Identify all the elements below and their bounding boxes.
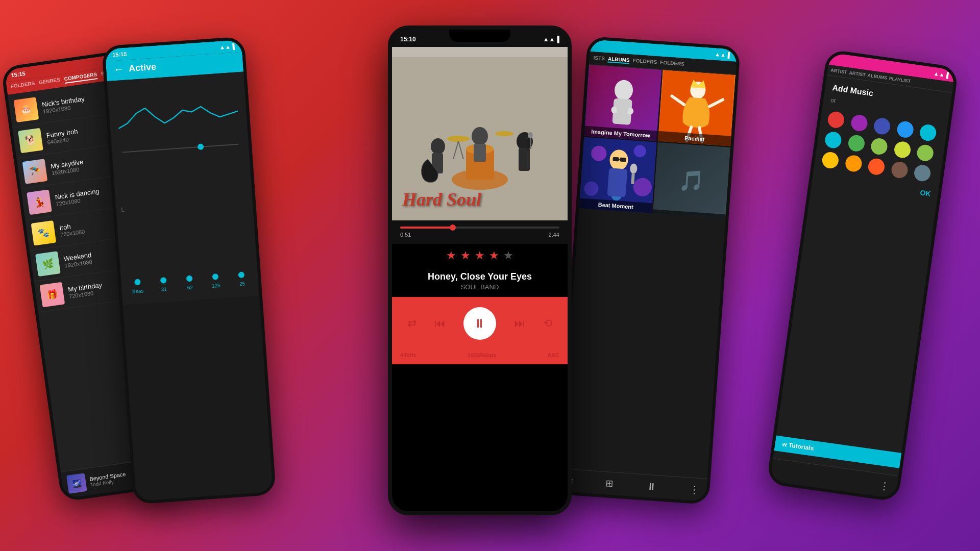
color-dot-cyan[interactable] xyxy=(919,123,938,142)
tab-folders[interactable]: FOLDERS xyxy=(10,80,35,91)
eq-wave-svg xyxy=(116,81,240,150)
rating-stars[interactable]: ★ ★ ★ ★ ★ xyxy=(392,244,568,267)
total-time: 2:44 xyxy=(549,232,559,238)
pause-icon-bottom[interactable]: ⏸ xyxy=(646,480,657,492)
phone3-icons: ▲▲▐ xyxy=(543,36,559,43)
eq-band-125[interactable]: 125 xyxy=(208,279,224,289)
phone4-time xyxy=(597,43,598,49)
tab-ists[interactable]: ISTS xyxy=(593,55,605,63)
star-5[interactable]: ★ xyxy=(503,249,513,262)
item-info: My skydive 980x551 xyxy=(50,158,84,176)
slider-handle[interactable] xyxy=(212,273,219,280)
color-dot-green[interactable] xyxy=(847,134,865,153)
phone2-time: 15:15 xyxy=(112,51,127,58)
slider-handle[interactable] xyxy=(186,276,193,282)
player-footer: 44kHz 10335kbps AAC xyxy=(392,350,568,364)
album-item[interactable]: Imagine My Tomorrow xyxy=(584,65,662,141)
star-1[interactable]: ★ xyxy=(446,249,456,262)
add-music-section: Add Music or xyxy=(811,75,952,206)
album-item[interactable]: 🎵 xyxy=(653,142,730,219)
tab-artist2[interactable]: ARTIST xyxy=(849,70,866,78)
color-dot-blue-grey[interactable] xyxy=(913,164,932,182)
album-item[interactable]: Beat Moment xyxy=(579,137,656,214)
slider-handle[interactable] xyxy=(160,277,167,284)
eq-band-31[interactable]: 31 xyxy=(156,283,172,292)
track-artist: SOUL BAND xyxy=(392,283,568,291)
tab-playlist[interactable]: PLAYLIST xyxy=(889,76,911,84)
band-label: 25 xyxy=(239,281,246,287)
format-label: AAC xyxy=(547,352,559,358)
band-label: 62 xyxy=(187,285,193,291)
progress-bar[interactable] xyxy=(400,227,559,229)
slider-handle[interactable] xyxy=(134,279,141,286)
tab-folders2[interactable]: FOLDERS xyxy=(660,60,685,68)
next-button[interactable]: ⏭ xyxy=(514,317,525,330)
phone-5-color-picker: ▲▲▐ ARTIST ARTIST ALBUMS PLAYLIST Add Mu… xyxy=(766,49,959,502)
progress-dot[interactable] xyxy=(450,224,456,231)
band-label: 125 xyxy=(212,283,220,289)
color-dot-lime[interactable] xyxy=(893,140,912,159)
more-icon-5[interactable]: ⋮ xyxy=(879,479,891,493)
progress-fill xyxy=(400,227,453,229)
star-3[interactable]: ★ xyxy=(475,249,485,262)
eq-sliders[interactable]: Bass 31 62 125 xyxy=(123,184,250,294)
album-art-4: 🎵 xyxy=(653,142,730,219)
svg-rect-37 xyxy=(620,158,626,162)
color-dot-indigo[interactable] xyxy=(873,117,891,135)
color-dot-cyan2[interactable] xyxy=(824,131,842,149)
tab-albums5[interactable]: ALBUMS xyxy=(867,73,888,81)
tab-albums[interactable]: ALBUMS xyxy=(607,56,630,64)
tab-folders1[interactable]: FOLDERS xyxy=(632,58,657,66)
track-title: Honey, Close Your Eyes xyxy=(392,271,568,282)
tutorials-label: w Tutorials xyxy=(782,440,815,452)
grid-icon[interactable]: ⊞ xyxy=(605,478,614,489)
color-picker-container: OK xyxy=(819,111,941,198)
now-playing-info: Beyond Space Todd Kelly xyxy=(89,471,127,488)
star-2[interactable]: ★ xyxy=(460,249,471,262)
tab-composers[interactable]: COMPOSERS xyxy=(64,71,97,84)
more-icon[interactable]: ⋮ xyxy=(689,483,700,496)
phone-4-albums: ▲▲▐ ISTS ALBUMS FOLDERS FOLDERS xyxy=(556,36,741,505)
color-dot-orange[interactable] xyxy=(844,154,863,172)
ok-button[interactable]: OK xyxy=(920,188,932,198)
eq-band-25[interactable]: 25 xyxy=(234,278,250,287)
color-dot-purple[interactable] xyxy=(850,114,868,132)
svg-point-12 xyxy=(447,136,470,142)
phone5-icons: ▲▲▐ xyxy=(933,70,949,79)
header-title: Active xyxy=(128,62,156,74)
eq-band-62[interactable]: 62 xyxy=(182,281,198,291)
color-dot-green2[interactable] xyxy=(916,144,935,162)
playhead-dot[interactable] xyxy=(198,143,204,150)
svg-point-4 xyxy=(472,127,488,145)
album-art: Hard Soul xyxy=(392,47,568,220)
slider-handle[interactable] xyxy=(238,271,245,278)
phone-3-player: 15:10 ▲▲▐ xyxy=(388,26,572,515)
color-dot-deep-orange[interactable] xyxy=(867,158,886,176)
item-info: Nick's birthday 980x551 xyxy=(41,95,86,114)
color-grid[interactable] xyxy=(821,111,940,183)
phone2-icons: ▲▲▐ xyxy=(219,43,235,51)
thumbnail: 💃 xyxy=(27,189,52,215)
play-pause-button[interactable]: ⏸ xyxy=(463,307,496,340)
album-item[interactable]: Pacifist xyxy=(658,70,736,146)
color-dot-blue[interactable] xyxy=(896,120,914,139)
tab-genres[interactable]: GENRES xyxy=(38,77,61,87)
color-dot-red[interactable] xyxy=(827,111,845,129)
tab-artist1[interactable]: ARTIST xyxy=(830,67,848,74)
phone4-bottom-controls: ≡ ⊞ ⏸ ⋮ xyxy=(559,468,707,502)
phone-notch xyxy=(449,30,510,42)
back-button[interactable]: ← xyxy=(113,63,124,76)
repeat-button[interactable]: ⟲ xyxy=(543,317,552,330)
albums-grid: Imagine My Tomorrow xyxy=(579,65,736,218)
prev-button[interactable]: ⏮ xyxy=(434,317,446,330)
color-dot-amber[interactable] xyxy=(821,151,840,169)
pause-icon: ⏸ xyxy=(474,316,486,331)
track-info: Honey, Close Your Eyes SOUL BAND xyxy=(392,267,568,297)
shuffle-button[interactable]: ⇄ xyxy=(407,317,416,330)
star-4[interactable]: ★ xyxy=(489,249,499,262)
color-dot-brown[interactable] xyxy=(890,161,909,179)
thumbnail: 🎁 xyxy=(40,282,65,308)
color-dot-light-green[interactable] xyxy=(870,137,889,156)
band-label: 31 xyxy=(161,286,167,292)
eq-band-bass[interactable]: Bass xyxy=(130,285,146,294)
